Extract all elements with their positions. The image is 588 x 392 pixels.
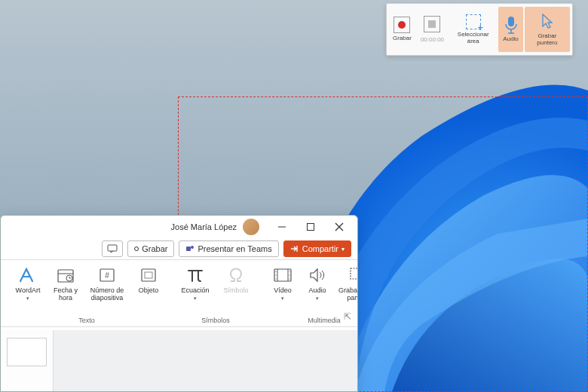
timer-display: 00:00:00 — [421, 36, 444, 43]
stop-button: 00:00:00 — [416, 7, 449, 52]
svg-point-21 — [289, 271, 289, 271]
maximize-button[interactable] — [297, 216, 324, 237]
svg-rect-24 — [351, 268, 358, 279]
audio-button[interactable]: Audio▾ — [301, 263, 334, 304]
minimize-icon — [277, 222, 286, 231]
record-icon — [394, 17, 410, 33]
object-icon — [139, 265, 158, 286]
screen-recording-toolbar: × ⇲ Grabar 00:00:00 Seleccionar área Aud… — [386, 3, 573, 56]
present-teams-button[interactable]: Presentar en Teams — [179, 240, 278, 257]
comments-button[interactable] — [102, 240, 123, 257]
svg-rect-0 — [508, 17, 514, 26]
ribbon-group-symbols: Ecuación▾ Símbolo Símbolos — [173, 263, 259, 326]
ribbon-group-text: WordArt▾ Fecha y hora # Número de diapos… — [5, 263, 168, 326]
record-button[interactable]: Grabar — [127, 240, 174, 257]
slide-area — [1, 330, 357, 391]
screen-recording-icon: + — [349, 265, 358, 286]
record-pointer-toggle-button[interactable]: Grabar puntero — [525, 7, 570, 52]
audio-toggle-button[interactable]: Audio — [498, 7, 522, 52]
thumbnail-pane — [1, 330, 54, 391]
equation-button[interactable]: Ecuación▾ — [176, 263, 215, 303]
close-icon — [335, 222, 344, 231]
share-button[interactable]: Compartir▾ — [283, 240, 351, 257]
calendar-icon — [57, 265, 75, 286]
slide-number-icon: # — [98, 265, 116, 286]
microphone-icon — [504, 16, 519, 34]
svg-point-19 — [275, 274, 276, 275]
wordart-button[interactable]: WordArt▾ — [8, 263, 47, 304]
svg-rect-6 — [186, 247, 191, 251]
video-icon — [273, 265, 292, 286]
svg-rect-15 — [274, 269, 291, 281]
datetime-button[interactable]: Fecha y hora — [49, 263, 82, 304]
omega-icon — [226, 265, 246, 286]
svg-point-22 — [289, 274, 289, 275]
svg-point-18 — [275, 271, 276, 271]
svg-rect-14 — [145, 272, 152, 278]
svg-point-7 — [191, 246, 194, 249]
maximize-icon — [306, 222, 315, 231]
svg-rect-5 — [108, 245, 117, 251]
collapse-ribbon-icon[interactable]: ⇱ — [344, 311, 351, 322]
select-area-button[interactable]: Seleccionar área — [449, 7, 498, 52]
titlebar: José María López — [1, 216, 357, 238]
svg-text:#: # — [105, 271, 109, 280]
share-icon — [290, 245, 299, 253]
select-area-icon — [466, 14, 481, 29]
svg-rect-13 — [142, 269, 155, 281]
svg-rect-2 — [308, 224, 314, 231]
screen-recording-button[interactable]: + Grabación de pantalla — [335, 263, 358, 304]
avatar[interactable] — [243, 219, 259, 235]
pi-icon — [185, 265, 205, 286]
close-button[interactable] — [326, 216, 353, 237]
action-bar: Grabar Presentar en Teams Compartir▾ — [1, 238, 357, 259]
svg-point-20 — [275, 278, 276, 279]
user-name: José María López — [171, 222, 237, 231]
symbol-button: Símbolo — [216, 263, 256, 303]
teams-icon — [185, 244, 194, 253]
svg-point-23 — [289, 278, 289, 279]
comment-icon — [107, 244, 118, 253]
cursor-icon — [540, 13, 555, 31]
ribbon: WordArt▾ Fecha y hora # Número de diapos… — [1, 259, 357, 327]
minimize-button[interactable] — [268, 216, 296, 237]
wordart-icon — [17, 265, 38, 286]
stop-icon — [424, 16, 440, 32]
record-button[interactable]: Grabar — [388, 7, 416, 52]
video-button[interactable]: Vídeo▾ — [266, 263, 299, 304]
slide-thumbnail[interactable] — [7, 338, 47, 366]
powerpoint-window: José María López Grabar Presentar en Tea… — [0, 215, 358, 392]
chevron-down-icon: ▾ — [341, 246, 345, 253]
record-dot-icon — [134, 247, 139, 251]
object-button[interactable]: Objeto — [132, 263, 165, 304]
speaker-icon — [308, 265, 326, 286]
slide-number-button[interactable]: # Número de diapositiva — [84, 263, 130, 304]
